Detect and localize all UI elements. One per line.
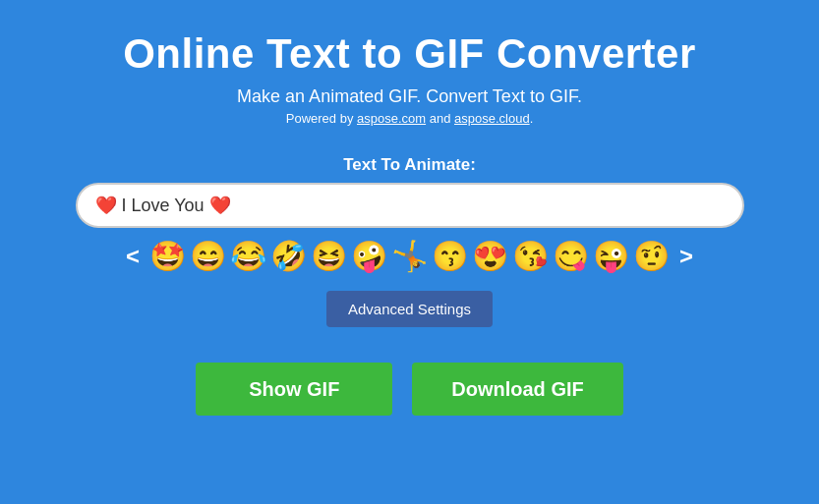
emoji-11[interactable]: 😋 — [553, 242, 589, 271]
emoji-13[interactable]: 🤨 — [633, 242, 670, 271]
emoji-10[interactable]: 😘 — [512, 242, 549, 271]
emoji-1[interactable]: 🤩 — [149, 242, 186, 271]
text-input[interactable] — [76, 183, 744, 228]
emoji-6[interactable]: 🤪 — [351, 242, 387, 271]
subtitle: Make an Animated GIF. Convert Text to GI… — [123, 86, 696, 107]
powered-by: Powered by aspose.com and aspose.cloud. — [123, 111, 696, 126]
emoji-left-arrow[interactable]: < — [120, 243, 146, 270]
emoji-row: < 🤩 😄 😂 🤣 😆 🤪 🤸 😙 😍 😘 😋 😜 🤨 > — [76, 242, 744, 271]
show-gif-button[interactable]: Show GIF — [196, 363, 392, 416]
download-gif-button[interactable]: Download GIF — [412, 363, 622, 416]
page-header: Online Text to GIF Converter Make an Ani… — [123, 29, 696, 126]
emoji-9[interactable]: 😍 — [472, 242, 508, 271]
content-area: Text To Animate: < 🤩 😄 😂 🤣 😆 🤪 🤸 😙 😍 😘 😋… — [0, 155, 819, 327]
powered-by-prefix: Powered by — [286, 111, 357, 126]
emoji-5[interactable]: 😆 — [311, 242, 347, 271]
advanced-settings-button[interactable]: Advanced Settings — [326, 291, 493, 327]
emoji-3[interactable]: 😂 — [230, 242, 266, 271]
powered-by-suffix: . — [530, 111, 534, 126]
emoji-right-arrow[interactable]: > — [673, 243, 699, 270]
aspose-com-link[interactable]: aspose.com — [357, 111, 426, 126]
emoji-8[interactable]: 😙 — [432, 242, 468, 271]
emoji-2[interactable]: 😄 — [190, 242, 226, 271]
action-buttons: Show GIF Download GIF — [196, 363, 622, 416]
emoji-7[interactable]: 🤸 — [391, 242, 428, 271]
text-input-label: Text To Animate: — [343, 155, 476, 175]
emoji-4[interactable]: 🤣 — [270, 242, 307, 271]
powered-by-and: and — [426, 111, 454, 126]
emoji-12[interactable]: 😜 — [593, 242, 629, 271]
page-title: Online Text to GIF Converter — [123, 29, 696, 79]
aspose-cloud-link[interactable]: aspose.cloud — [454, 111, 530, 126]
